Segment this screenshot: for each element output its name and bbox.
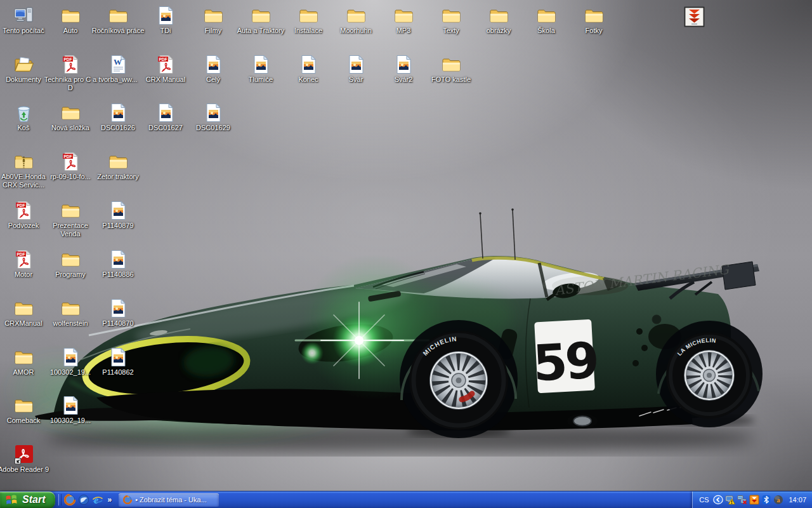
task-button-zobrazit-tema[interactable]: • Zobrazit téma - Uka... bbox=[119, 493, 219, 507]
pdf-icon: PDF bbox=[60, 151, 81, 172]
start-button-label: Start bbox=[22, 494, 45, 505]
desktop-icon-tvorba-ww[interactable]: Wtvorba_ww... bbox=[91, 54, 145, 84]
desktop-icon-auto[interactable]: Auto bbox=[44, 5, 97, 35]
icon-label: Svár bbox=[329, 76, 383, 84]
desktop-icon-p1140862[interactable]: P1140862 bbox=[91, 347, 145, 377]
desktop-icon-podvozek[interactable]: PDFPodvozek bbox=[0, 200, 50, 230]
thunderbird-icon[interactable] bbox=[78, 494, 89, 505]
desktop-icon-100302-19-b[interactable]: 100302_19... bbox=[44, 395, 97, 425]
desktop-icon-programy[interactable]: Programy bbox=[44, 249, 97, 279]
firefox-icon bbox=[123, 495, 132, 504]
desktop-icon-flashget[interactable] bbox=[667, 6, 721, 27]
icon-label: AMOR bbox=[0, 368, 50, 377]
svg-text:a: a bbox=[776, 497, 780, 504]
desktop-icon-comeback[interactable]: Comeback bbox=[0, 395, 50, 425]
desktop-icon-wolfenstein[interactable]: wolfenstein bbox=[44, 298, 97, 328]
folder-icon bbox=[13, 395, 34, 416]
display-warning-icon[interactable] bbox=[725, 495, 735, 505]
desktop-icon-texty[interactable]: Texty bbox=[424, 5, 478, 35]
desktop-icon-zetor-traktory[interactable]: Zetor traktory bbox=[91, 151, 145, 181]
desktop[interactable]: ASTON MARTIN RACING bbox=[0, 0, 812, 491]
desktop-icon-p1140879[interactable]: P1140879 bbox=[91, 200, 145, 230]
quick-launch-handle[interactable] bbox=[58, 494, 62, 505]
word-icon: W bbox=[108, 54, 129, 75]
desktop-icon-foto-kastle[interactable]: FOTO kastle bbox=[424, 54, 478, 84]
quick-launch-overflow-chevron[interactable]: » bbox=[107, 495, 112, 504]
language-indicator[interactable]: CS bbox=[699, 496, 709, 504]
desktop-icon-tento-pocitac[interactable]: Tento počítač bbox=[0, 5, 50, 35]
folder-icon bbox=[298, 5, 319, 26]
desktop-icon-tdi[interactable]: TDi bbox=[139, 5, 192, 35]
image-icon bbox=[298, 54, 319, 75]
desktop-icon-kos[interactable]: Koš bbox=[0, 102, 50, 132]
svg-text:PDF: PDF bbox=[159, 57, 167, 62]
desktop-icon-konec[interactable]: Konec bbox=[282, 54, 335, 84]
image-icon bbox=[108, 102, 129, 123]
desktop-icon-technika-pro-c-a-d[interactable]: PDFTechnika pro C a D bbox=[44, 54, 97, 92]
folder-icon bbox=[346, 5, 367, 26]
icon-label: Auto bbox=[44, 27, 97, 35]
icon-label: 100302_19... bbox=[44, 368, 97, 377]
folder-icon bbox=[60, 249, 81, 270]
desktop-icon-dsc01627[interactable]: DSC01627 bbox=[139, 102, 192, 132]
internet-explorer-icon[interactable]: e bbox=[92, 494, 103, 505]
desktop-icon-tlumice[interactable]: Tlumiče bbox=[234, 54, 287, 84]
desktop-icon-svar[interactable]: Svár bbox=[329, 54, 383, 84]
desktop-icon-filmy[interactable]: Filmy bbox=[187, 5, 240, 35]
desktop-icon-p1140870[interactable]: P1140870 bbox=[91, 298, 145, 328]
icon-label: Konec bbox=[282, 76, 335, 84]
desktop-icon-mp3[interactable]: MP3 bbox=[377, 5, 430, 35]
desktop-icon-p1140886[interactable]: P1140886 bbox=[91, 249, 145, 279]
desktop-icon-dsc01626[interactable]: DSC01626 bbox=[91, 102, 145, 132]
recycle-icon bbox=[13, 102, 34, 123]
folder-icon bbox=[393, 5, 414, 26]
desktop-icon-obrazky[interactable]: obrázky bbox=[472, 5, 525, 35]
image-icon bbox=[155, 5, 176, 26]
desktop-icon-rp-09-10-fo[interactable]: PDFrp-09-10-fo... bbox=[44, 151, 97, 181]
folder-icon bbox=[60, 298, 81, 319]
desktop-icon-dsc01629[interactable]: DSC01629 bbox=[187, 102, 240, 132]
icon-label: FOTO kastle bbox=[424, 76, 478, 84]
task-button-label: • Zobrazit téma - Uka... bbox=[135, 496, 207, 504]
image-icon bbox=[203, 54, 224, 75]
desktop-icon-ab0ve-honda-crx[interactable]: Ab0VE.Honda CRX Servic... bbox=[0, 151, 50, 189]
pdf-icon: PDF bbox=[155, 54, 176, 75]
bluetooth-icon[interactable] bbox=[761, 495, 771, 505]
desktop-icon-moorhuhn[interactable]: Moorhuhn bbox=[329, 5, 383, 35]
desktop-icon-instalace[interactable]: Instalace bbox=[282, 5, 335, 35]
desktop-icon-amor[interactable]: AMOR bbox=[0, 347, 50, 377]
desktop-icon-svar2[interactable]: Svár2 bbox=[377, 54, 430, 84]
desktop-icon-crx-manual[interactable]: PDFCRX Manual bbox=[139, 54, 192, 84]
desktop-icon-dokumenty[interactable]: Dokumenty bbox=[0, 54, 50, 84]
icon-label: CRX Manual bbox=[139, 76, 192, 84]
desktop-icon-nova-slozka[interactable]: Nová složka bbox=[44, 102, 97, 132]
icon-label: Texty bbox=[424, 27, 478, 35]
desktop-icon-cely[interactable]: Celý bbox=[187, 54, 240, 84]
svg-text:PDF: PDF bbox=[16, 252, 25, 257]
desktop-icon-auta-a-traktory[interactable]: Auta a Traktory bbox=[234, 5, 287, 35]
avast-icon[interactable]: a bbox=[773, 495, 783, 505]
icon-label: CRXManual bbox=[0, 319, 50, 328]
icon-label: Comeback bbox=[0, 417, 50, 425]
desktop-icon-rocnikova-prace[interactable]: Ročníková práce bbox=[91, 5, 145, 35]
desktop-icon-motor[interactable]: PDFMotor bbox=[0, 249, 50, 279]
desktop-icon-adobe-reader-9[interactable]: Adobe Reader 9 bbox=[0, 444, 50, 474]
icon-label: rp-09-10-fo... bbox=[44, 173, 97, 181]
icon-label: TDi bbox=[139, 27, 192, 35]
firefox-icon[interactable] bbox=[64, 494, 75, 505]
desktop-icon-100302-19-a[interactable]: 100302_19... bbox=[44, 347, 97, 377]
flashget-icon bbox=[684, 6, 705, 27]
icon-label: Moorhuhn bbox=[329, 27, 383, 35]
desktop-icon-skola[interactable]: Škola bbox=[520, 5, 573, 35]
desktop-icon-prezentace-venda[interactable]: Prezentace Venda bbox=[44, 200, 97, 238]
image-icon bbox=[251, 54, 272, 75]
flashget-tray-icon[interactable] bbox=[749, 495, 759, 505]
network-offline-icon[interactable] bbox=[737, 495, 747, 505]
hide-icons-button[interactable] bbox=[713, 495, 723, 505]
desktop-icon-fotky[interactable]: Fotky bbox=[567, 5, 620, 35]
start-button[interactable]: Start bbox=[0, 491, 55, 508]
desktop-icon-crxmanual-folder[interactable]: CRXManual bbox=[0, 298, 50, 328]
folder-open-icon bbox=[13, 54, 34, 75]
desktop-screen: ASTON MARTIN RACING bbox=[0, 0, 812, 508]
pdf-icon: PDF bbox=[13, 200, 34, 221]
